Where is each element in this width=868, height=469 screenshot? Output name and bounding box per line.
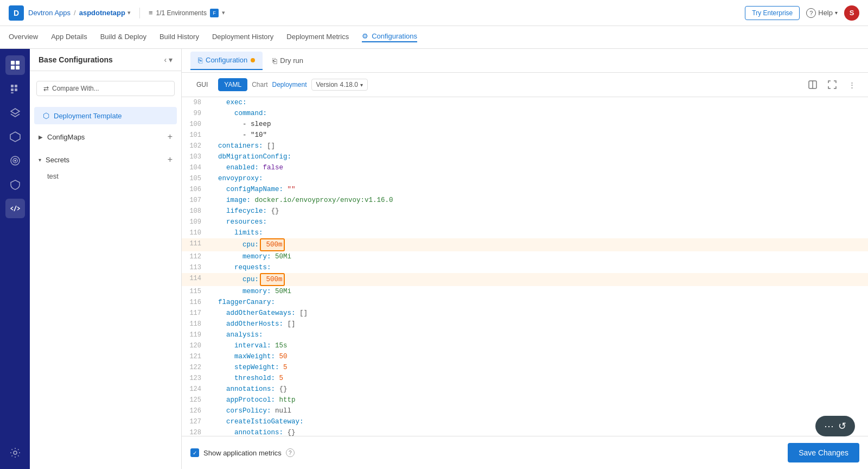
- line-content: memory: 50Mi: [208, 251, 868, 262]
- line-number: 107: [182, 195, 208, 206]
- version-selector[interactable]: Version 4.18.0 ▾: [311, 79, 368, 91]
- collapse-sidebar-icon[interactable]: ‹ ▾: [164, 55, 173, 64]
- code-line-103[interactable]: 103 dbMigrationConfig:: [182, 151, 868, 162]
- svg-rect-5: [15, 85, 17, 87]
- code-line-106[interactable]: 106 configMapName: "": [182, 184, 868, 195]
- tab-configuration[interactable]: ⎘ Configuration: [190, 52, 263, 70]
- sidebar-icon-grid[interactable]: [5, 55, 25, 75]
- nav-app-details[interactable]: App Details: [51, 33, 87, 42]
- sidebar-icon-layers[interactable]: [5, 103, 25, 123]
- code-line-114[interactable]: 114 cpu: 500m: [182, 273, 868, 286]
- line-content: cpu: 500m: [208, 273, 868, 286]
- code-line-107[interactable]: 107 image: docker.io/envoyproxy/envoy:v1…: [182, 195, 868, 206]
- fab-container[interactable]: ⋯ ↺: [815, 416, 855, 436]
- sidebar-icon-shield[interactable]: [5, 175, 25, 194]
- code-line-110[interactable]: 110 limits:: [182, 227, 868, 238]
- sidebar-icon-settings[interactable]: [5, 443, 25, 462]
- line-number: 105: [182, 173, 208, 184]
- code-line-112[interactable]: 112 memory: 50Mi: [182, 251, 868, 262]
- nav-deployment-metrics[interactable]: Deployment Metrics: [286, 33, 349, 42]
- code-line-111[interactable]: 111 cpu: 500m: [182, 238, 868, 251]
- code-line-116[interactable]: 116 flaggerCanary:: [182, 297, 868, 308]
- code-line-99[interactable]: 99 command:: [182, 108, 868, 119]
- dry-run-tab-icon: ⎗: [272, 56, 277, 65]
- save-changes-button[interactable]: Save Changes: [788, 443, 859, 462]
- configmaps-label: ConfigMaps: [47, 133, 85, 141]
- code-line-98[interactable]: 98 exec:: [182, 97, 868, 108]
- code-line-124[interactable]: 124 annotations: {}: [182, 384, 868, 395]
- code-line-109[interactable]: 109 resources:: [182, 217, 868, 227]
- line-content: flaggerCanary:: [208, 297, 868, 308]
- code-line-117[interactable]: 117 addOtherGateways: []: [182, 308, 868, 319]
- config-sidebar-header: Base Configurations ‹ ▾: [30, 49, 181, 71]
- code-line-105[interactable]: 105 envoyproxy:: [182, 173, 868, 184]
- line-content: memory: 50Mi: [208, 286, 868, 297]
- code-line-100[interactable]: 100 - sleep: [182, 119, 868, 130]
- filter-icon: ≡: [149, 9, 153, 17]
- code-line-102[interactable]: 102 containers: []: [182, 141, 868, 151]
- show-metrics-checkbox[interactable]: ✓: [190, 448, 199, 457]
- code-line-125[interactable]: 125 appProtocol: http: [182, 395, 868, 405]
- content-area: ⎘ Configuration ⎗ Dry run GUI YAML Chart…: [182, 49, 868, 469]
- app-name-dropdown[interactable]: aspdotnetapp ▾: [79, 9, 131, 17]
- code-editor[interactable]: 98 exec:99 command:100 - sleep101 - "10"…: [182, 97, 868, 436]
- line-content: cpu: 500m: [208, 238, 868, 251]
- yaml-button[interactable]: YAML: [218, 78, 247, 91]
- code-line-118[interactable]: 118 addOtherHosts: []: [182, 319, 868, 329]
- code-line-120[interactable]: 120 interval: 15s: [182, 340, 868, 351]
- deployment-selector[interactable]: Deployment: [272, 81, 307, 88]
- configmaps-header[interactable]: ▶ ConfigMaps +: [30, 128, 181, 146]
- env-badge-square: F: [210, 9, 219, 17]
- svg-rect-1: [16, 61, 20, 65]
- fullscreen-button[interactable]: [825, 77, 840, 92]
- sidebar-icon-cube[interactable]: [5, 127, 25, 147]
- configmaps-add-icon[interactable]: +: [168, 132, 173, 142]
- nav-deployment-history[interactable]: Deployment History: [212, 33, 273, 42]
- line-content: resources:: [208, 217, 868, 227]
- sidebar-icon-code[interactable]: [5, 199, 25, 218]
- code-line-104[interactable]: 104 enabled: false: [182, 162, 868, 173]
- secrets-header[interactable]: ▾ Secrets +: [30, 150, 181, 169]
- brand-link[interactable]: Devtron Apps: [28, 9, 71, 17]
- secrets-add-icon[interactable]: +: [168, 155, 173, 164]
- sidebar-item-deployment-template[interactable]: ⬡ Deployment Template: [34, 107, 177, 124]
- try-enterprise-button[interactable]: Try Enterprise: [745, 6, 800, 20]
- code-line-128[interactable]: 128 annotations: {}: [182, 427, 868, 436]
- svg-line-14: [14, 206, 16, 211]
- environment-selector[interactable]: ≡ 1/1 Environments F ▾: [149, 9, 225, 17]
- user-avatar[interactable]: S: [844, 5, 859, 21]
- line-number: 102: [182, 141, 208, 151]
- secret-item-test[interactable]: test: [30, 169, 181, 183]
- code-line-122[interactable]: 122 stepWeight: 5: [182, 362, 868, 373]
- line-number: 120: [182, 340, 208, 351]
- more-options-button[interactable]: ⋮: [844, 77, 859, 92]
- nav-overview[interactable]: Overview: [9, 33, 38, 42]
- code-line-121[interactable]: 121 maxWeight: 50: [182, 351, 868, 362]
- code-line-113[interactable]: 113 requests:: [182, 262, 868, 273]
- line-content: limits:: [208, 227, 868, 238]
- line-number: 112: [182, 251, 208, 262]
- code-line-119[interactable]: 119 analysis:: [182, 329, 868, 340]
- code-line-108[interactable]: 108 lifecycle: {}: [182, 206, 868, 217]
- secondary-nav: Overview App Details Build & Deploy Buil…: [0, 26, 868, 49]
- nav-configurations[interactable]: ⚙ Configurations: [362, 32, 417, 42]
- split-view-button[interactable]: [805, 77, 820, 92]
- code-line-126[interactable]: 126 corsPolicy: null: [182, 405, 868, 416]
- code-line-101[interactable]: 101 - "10": [182, 130, 868, 141]
- code-line-123[interactable]: 123 threshold: 5: [182, 373, 868, 384]
- tab-dry-run[interactable]: ⎗ Dry run: [265, 52, 311, 69]
- compare-with-button[interactable]: ⇄ Compare With...: [36, 81, 175, 96]
- nav-build-deploy[interactable]: Build & Deploy: [100, 33, 146, 42]
- code-line-127[interactable]: 127 createIstioGateway:: [182, 416, 868, 427]
- metrics-help-icon[interactable]: ?: [286, 448, 295, 457]
- sidebar-icon-apps[interactable]: [5, 79, 25, 99]
- code-line-115[interactable]: 115 memory: 50Mi: [182, 286, 868, 297]
- sidebar-icon-target[interactable]: [5, 151, 25, 170]
- nav-build-history[interactable]: Build History: [159, 33, 199, 42]
- line-number: 111: [182, 238, 208, 249]
- configmaps-section: ▶ ConfigMaps +: [30, 125, 181, 148]
- help-button[interactable]: ? Help ▾: [806, 8, 838, 18]
- gui-button[interactable]: GUI: [190, 78, 214, 91]
- line-number: 108: [182, 206, 208, 217]
- config-gear-icon: ⚙: [362, 32, 368, 40]
